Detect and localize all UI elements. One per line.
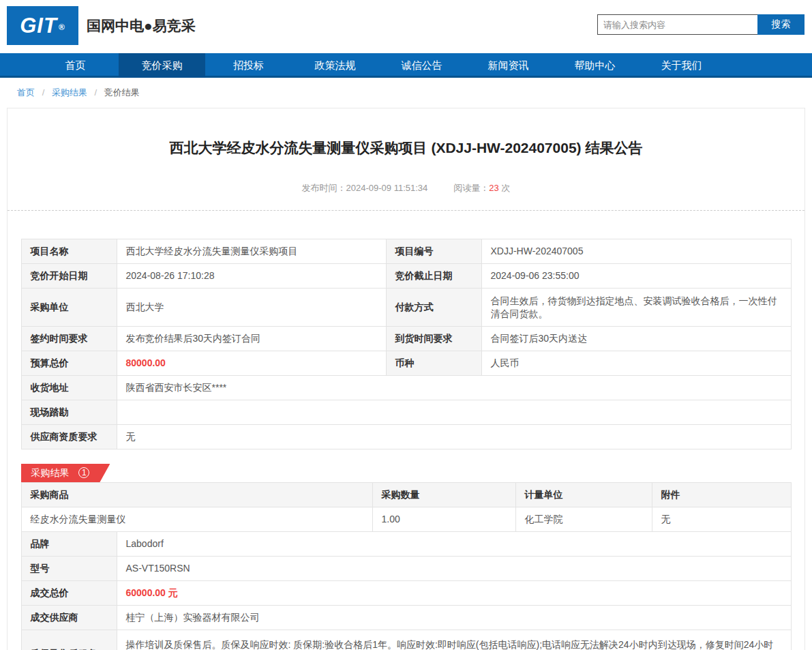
value-delivery-time: 合同签订后30天内送达	[481, 327, 791, 351]
label-bid-start-date: 竞价开始日期	[21, 264, 117, 289]
value-brand: Labodorf	[117, 532, 791, 557]
value-attachment: 无	[652, 507, 791, 532]
search-bar: 搜索	[597, 14, 805, 35]
value-bid-end-date: 2024-09-06 23:55:00	[481, 264, 791, 289]
value-product: 经皮水分流失量测量仪	[21, 507, 372, 532]
table-row: 竞价开始日期 2024-08-26 17:10:28 竞价截止日期 2024-0…	[21, 264, 791, 289]
label-model: 型号	[21, 557, 117, 581]
registered-mark-icon: ®	[59, 23, 65, 32]
value-delivery-address: 陕西省西安市长安区****	[117, 376, 791, 400]
publish-time-label: 发布时间：	[302, 183, 346, 193]
value-supplier-qualification: 无	[117, 425, 791, 449]
table-row: 成交总价 60000.00 元	[21, 581, 791, 606]
nav-item-integrity-notice[interactable]: 诚信公告	[378, 53, 465, 78]
procurement-result-table: 采购商品 采购数量 计量单位 附件 经皮水分流失量测量仪 1.00 化工学院 无…	[21, 482, 792, 650]
page-title: 西北大学经皮水分流失量测量仪采购项目 (XDJJ-HW-202407005) 结…	[7, 108, 805, 158]
table-row: 收货地址 陕西省西安市长安区****	[21, 376, 791, 400]
logo-text: GIT	[20, 14, 57, 38]
breadcrumb-separator: /	[95, 87, 97, 98]
search-input[interactable]	[597, 14, 757, 35]
breadcrumb-current-bidding-results: 竞价结果	[104, 87, 140, 98]
article-meta: 发布时间：2024-09-09 11:51:34阅读量：23 次	[7, 182, 805, 194]
value-bid-start-date: 2024-08-26 17:10:28	[117, 264, 386, 289]
header-attachment: 附件	[652, 483, 791, 507]
main-navigation: 首页 竞价采购 招投标 政策法规 诚信公告 新闻资讯 帮助中心 关于我们	[0, 53, 812, 78]
table-row: 型号 AS-VT150RSN	[21, 557, 791, 581]
breadcrumb: 首页 / 采购结果 / 竞价结果	[0, 78, 812, 107]
project-info-table: 项目名称 西北大学经皮水分流失量测量仪采购项目 项目编号 XDJJ-HW-202…	[21, 239, 792, 449]
label-deal-total-price: 成交总价	[21, 581, 117, 606]
result-count-badge: 1	[78, 467, 89, 478]
label-bid-end-date: 竞价截止日期	[386, 264, 481, 289]
table-row: 经皮水分流失量测量仪 1.00 化工学院 无	[21, 507, 791, 532]
views-count: 23	[489, 183, 498, 193]
value-site-survey	[117, 400, 791, 425]
value-project-number: XDJJ-HW-202407005	[481, 239, 791, 264]
views-label: 阅读量：	[453, 183, 489, 193]
value-purchasing-unit: 西北大学	[117, 289, 386, 327]
nav-item-about-us[interactable]: 关于我们	[638, 53, 725, 78]
value-currency: 人民币	[481, 351, 791, 376]
table-row: 品牌 Labodorf	[21, 532, 791, 557]
table-row: 签约时间要求 发布竞价结果后30天内签订合同 到货时间要求 合同签订后30天内送…	[21, 327, 791, 351]
nav-item-news[interactable]: 新闻资讯	[465, 53, 552, 78]
site-logo[interactable]: GIT®	[7, 6, 78, 45]
header-product: 采购商品	[21, 483, 372, 507]
table-row: 现场踏勘	[21, 400, 791, 425]
procurement-result-tab: 采购结果 1	[21, 464, 110, 482]
table-row: 供应商资质要求 无	[21, 425, 791, 449]
table-row: 采购单位 西北大学 付款方式 合同生效后，待货物到达指定地点、安装调试验收合格后…	[21, 289, 791, 327]
label-warranty-service: 质保及售后服务	[21, 630, 117, 650]
label-payment-method: 付款方式	[386, 289, 481, 327]
search-button[interactable]: 搜索	[757, 14, 805, 35]
label-budget-total: 预算总价	[21, 351, 117, 376]
header-unit: 计量单位	[515, 483, 652, 507]
site-header: GIT® 国网中电●易竞采 搜索	[0, 0, 812, 53]
table-row: 项目名称 西北大学经皮水分流失量测量仪采购项目 项目编号 XDJJ-HW-202…	[21, 239, 791, 264]
value-model: AS-VT150RSN	[117, 557, 791, 581]
value-signing-time: 发布竞价结果后30天内签订合同	[117, 327, 386, 351]
label-brand: 品牌	[21, 532, 117, 557]
nav-item-help-center[interactable]: 帮助中心	[552, 53, 638, 78]
label-project-name: 项目名称	[21, 239, 117, 264]
label-purchasing-unit: 采购单位	[21, 289, 117, 327]
label-delivery-address: 收货地址	[21, 376, 117, 400]
nav-item-home[interactable]: 首页	[32, 53, 119, 78]
nav-item-policies[interactable]: 政策法规	[292, 53, 378, 78]
publish-time-value: 2024-09-09 11:51:34	[346, 183, 428, 193]
announcement-card: 西北大学经皮水分流失量测量仪采购项目 (XDJJ-HW-202407005) 结…	[7, 108, 805, 650]
table-row: 质保及售后服务 操作培训及质保售后。质保及响应时效: 质保期:验收合格后1年。响…	[21, 630, 791, 650]
value-project-name: 西北大学经皮水分流失量测量仪采购项目	[117, 239, 386, 264]
label-delivery-time: 到货时间要求	[386, 327, 481, 351]
label-signing-time: 签约时间要求	[21, 327, 117, 351]
table-row: 成交供应商 桂宁（上海）实验器材有限公司	[21, 606, 791, 630]
site-title: 国网中电●易竞采	[87, 16, 196, 35]
value-quantity: 1.00	[372, 507, 515, 532]
nav-item-tendering[interactable]: 招投标	[205, 53, 292, 78]
dashed-divider	[7, 210, 805, 211]
value-deal-total-price: 60000.00 元	[117, 581, 791, 606]
label-winning-supplier: 成交供应商	[21, 606, 117, 630]
value-winning-supplier: 桂宁（上海）实验器材有限公司	[117, 606, 791, 630]
label-project-number: 项目编号	[386, 239, 481, 264]
table-header-row: 采购商品 采购数量 计量单位 附件	[21, 483, 791, 507]
table-row: 预算总价 80000.00 币种 人民币	[21, 351, 791, 376]
label-site-survey: 现场踏勘	[21, 400, 117, 425]
breadcrumb-home[interactable]: 首页	[17, 87, 35, 98]
nav-item-bidding-procurement[interactable]: 竞价采购	[119, 53, 205, 78]
label-currency: 币种	[386, 351, 481, 376]
result-tab-label: 采购结果	[31, 467, 70, 478]
header-quantity: 采购数量	[372, 483, 515, 507]
label-supplier-qualification: 供应商资质要求	[21, 425, 117, 449]
breadcrumb-procurement-results[interactable]: 采购结果	[52, 87, 87, 98]
value-payment-method: 合同生效后，待货物到达指定地点、安装调试验收合格后，一次性付清合同货款。	[481, 289, 791, 327]
views-unit: 次	[501, 183, 510, 193]
breadcrumb-separator: /	[42, 87, 45, 98]
value-warranty-service: 操作培训及质保售后。质保及响应时效: 质保期:验收合格后1年。响应时效:即时响应…	[117, 630, 791, 650]
value-budget-total: 80000.00	[117, 351, 386, 376]
value-unit: 化工学院	[515, 507, 652, 532]
result-section-header: 采购结果 1	[21, 464, 792, 482]
